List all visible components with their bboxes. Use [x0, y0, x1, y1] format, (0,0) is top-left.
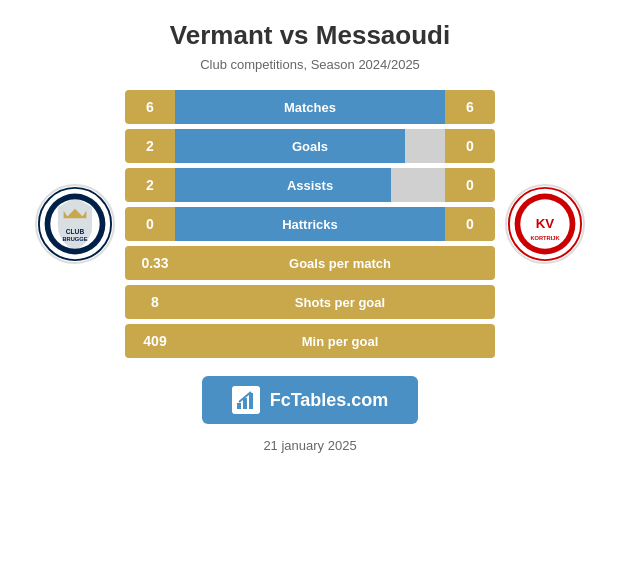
svg-text:KORTRIJK: KORTRIJK — [530, 235, 560, 241]
stat-label-gpm: Goals per match — [185, 246, 495, 280]
stat-row-hattricks-wrapper: 0 Hattricks 0 — [125, 207, 495, 241]
stat-right-goals: 0 — [445, 129, 495, 163]
stat-row-gpm-wrapper: 0.33 Goals per match — [125, 246, 495, 280]
stat-row-matches-wrapper: 6 Matches 6 — [125, 90, 495, 124]
stat-left-assists: 2 — [125, 168, 175, 202]
stat-row-matches: 6 Matches 6 — [125, 90, 495, 124]
stat-left-spg: 8 — [125, 285, 185, 319]
stat-right-assists: 0 — [445, 168, 495, 202]
logo-right: KV KORTRIJK — [495, 184, 595, 264]
stat-label-assists: Assists — [175, 168, 445, 202]
svg-rect-10 — [237, 403, 241, 409]
stat-left-mpg: 409 — [125, 324, 185, 358]
stat-row-mpg: 409 Min per goal — [125, 324, 495, 358]
stat-left-matches: 6 — [125, 90, 175, 124]
svg-text:KV: KV — [536, 216, 555, 231]
page-title: Vermant vs Messaoudi — [170, 20, 450, 51]
stat-row-mpg-wrapper: 409 Min per goal — [125, 324, 495, 358]
stat-label-matches: Matches — [175, 90, 445, 124]
main-content: CLUB BRUGGE 6 Matches 6 2 Goals 0 — [10, 90, 610, 358]
stat-row-hattricks: 0 Hattricks 0 — [125, 207, 495, 241]
fctables-icon — [232, 386, 260, 414]
team-logo-right: KV KORTRIJK — [505, 184, 585, 264]
stat-label-spg: Shots per goal — [185, 285, 495, 319]
stat-label-mpg: Min per goal — [185, 324, 495, 358]
stat-row-goals-wrapper: 2 Goals 0 — [125, 129, 495, 163]
page-subtitle: Club competitions, Season 2024/2025 — [200, 57, 420, 72]
stats-section: 6 Matches 6 2 Goals 0 2 Assists 0 — [125, 90, 495, 358]
svg-text:BRUGGE: BRUGGE — [63, 236, 88, 242]
stat-label-goals: Goals — [175, 129, 445, 163]
team-logo-left: CLUB BRUGGE — [35, 184, 115, 264]
footer-date: 21 january 2025 — [263, 438, 356, 453]
stat-row-goals: 2 Goals 0 — [125, 129, 495, 163]
stat-left-hattricks: 0 — [125, 207, 175, 241]
stat-right-matches: 6 — [445, 90, 495, 124]
stat-row-assists: 2 Assists 0 — [125, 168, 495, 202]
svg-text:CLUB: CLUB — [66, 228, 85, 235]
svg-rect-12 — [249, 393, 253, 409]
page-container: Vermant vs Messaoudi Club competitions, … — [0, 0, 620, 580]
logo-left: CLUB BRUGGE — [25, 184, 125, 264]
svg-rect-11 — [243, 398, 247, 409]
stat-row-spg-wrapper: 8 Shots per goal — [125, 285, 495, 319]
stat-row-gpm: 0.33 Goals per match — [125, 246, 495, 280]
stat-left-goals: 2 — [125, 129, 175, 163]
stat-label-hattricks: Hattricks — [175, 207, 445, 241]
fctables-banner[interactable]: FcTables.com — [202, 376, 419, 424]
stat-left-gpm: 0.33 — [125, 246, 185, 280]
stat-right-hattricks: 0 — [445, 207, 495, 241]
stat-row-spg: 8 Shots per goal — [125, 285, 495, 319]
stat-row-assists-wrapper: 2 Assists 0 — [125, 168, 495, 202]
fctables-text: FcTables.com — [270, 390, 389, 411]
